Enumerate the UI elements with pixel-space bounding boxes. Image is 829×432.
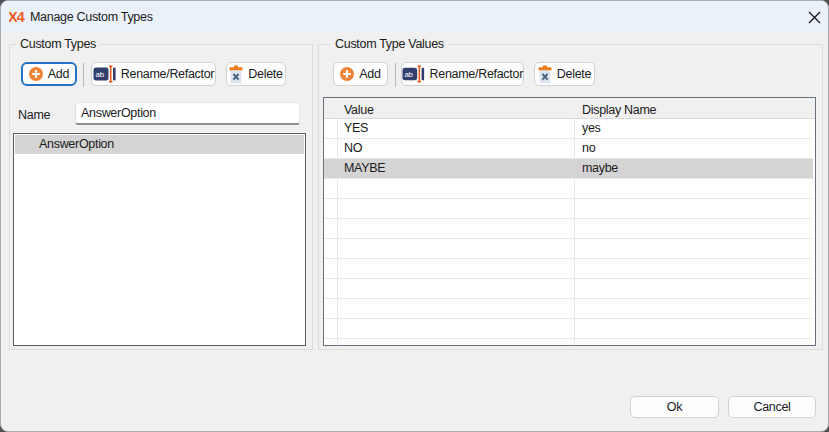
- svg-text:X4: X4: [9, 9, 25, 24]
- svg-text:ab: ab: [95, 70, 104, 79]
- svg-text:ab: ab: [405, 70, 414, 79]
